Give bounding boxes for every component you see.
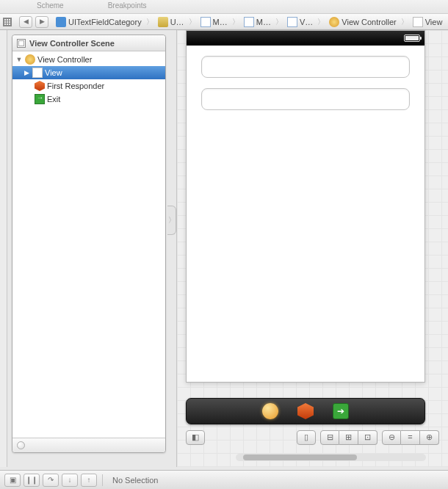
outline-item-exit[interactable]: Exit	[12, 93, 165, 106]
navigator-edge	[0, 30, 7, 467]
breadcrumb-file-2-label: M…	[256, 18, 271, 26]
breadcrumb-controller-label: View Controller	[342, 18, 396, 26]
outline-item-first-responder[interactable]: First Responder	[12, 79, 165, 93]
zoom-in-button[interactable]: ⊕	[420, 430, 439, 445]
outline-collapse-handle[interactable]: 〉	[167, 206, 176, 235]
breadcrumb-file-3-label: V…	[300, 18, 313, 26]
zoom-button-group: ⊖ = ⊕	[382, 430, 439, 445]
zoom-out-button[interactable]: ⊖	[382, 430, 401, 445]
step-into-button[interactable]: ↓	[62, 474, 78, 487]
outline-item-view[interactable]: ▶ View	[12, 66, 165, 79]
document-outline: View Controller Scene ▼ View Controller …	[12, 35, 166, 453]
breadcrumb-file-3[interactable]: V…	[284, 17, 316, 27]
toolbar-tabs: Scheme Breakpoints	[0, 0, 448, 13]
outline-header: View Controller Scene	[12, 35, 165, 51]
chevron-right-icon: 〉	[400, 17, 410, 27]
outline-title: View Controller Scene	[29, 39, 115, 48]
pin-button[interactable]: ⊞	[339, 430, 358, 445]
breadcrumb-project-label: UITextFieldCategory	[68, 18, 142, 26]
breadcrumb-project[interactable]: UITextFieldCategory	[53, 17, 145, 27]
outline-tree: ▼ View Controller ▶ View First Responder…	[12, 51, 165, 107]
breadcrumb-file-1[interactable]: M…	[198, 17, 231, 27]
chevron-right-icon: 〉	[274, 17, 284, 27]
scene-icon	[17, 39, 26, 48]
view-controller-icon	[25, 54, 35, 65]
exit-icon	[35, 94, 45, 104]
disclosure-triangle-icon[interactable]: ▼	[15, 56, 23, 63]
breadcrumb-file-1-label: M…	[213, 18, 228, 26]
form-factor-button[interactable]: ▯	[297, 430, 316, 445]
breadcrumb-file-2[interactable]: M…	[241, 17, 274, 27]
align-button[interactable]: ⊟	[320, 430, 339, 445]
scrollbar-thumb[interactable]	[243, 454, 357, 460]
status-bar	[187, 31, 424, 46]
outline-item-label: View	[45, 68, 62, 77]
breadcrumb-view-label: View	[425, 18, 443, 26]
view-icon	[32, 68, 43, 78]
breadcrumb-view[interactable]: View	[410, 17, 446, 27]
breadcrumb-folder-label: U…	[170, 18, 184, 26]
layout-button-group: ⊟ ⊞ ⊡	[320, 430, 377, 445]
textfield-1[interactable]	[201, 56, 410, 78]
dock-view-controller-icon[interactable]	[262, 403, 278, 419]
zoom-actual-button[interactable]: =	[401, 430, 420, 445]
outline-item-label: View Controller	[37, 55, 92, 64]
step-over-button[interactable]: ↷	[43, 474, 59, 487]
toggle-debug-area-button[interactable]: ▣	[4, 474, 21, 487]
debug-bar: ▣ ❙❙ ↷ ↓ ↑ No Selection	[0, 470, 448, 489]
scene-dock	[186, 398, 425, 424]
toggle-outline-button[interactable]: ◧	[186, 430, 205, 445]
disclosure-triangle-icon[interactable]: ▶	[23, 69, 30, 76]
step-out-button[interactable]: ↑	[81, 474, 97, 487]
battery-icon	[404, 35, 420, 42]
tab-breakpoints[interactable]: Breakpoints	[93, 0, 176, 13]
forward-button[interactable]: ▶	[35, 16, 48, 28]
outline-item-label: First Responder	[47, 82, 104, 90]
related-items-button[interactable]	[0, 18, 15, 26]
debug-status-label: No Selection	[112, 476, 158, 485]
tab-scheme[interactable]: Scheme	[0, 0, 93, 13]
canvas-toolbar: ◧ ▯ ⊟ ⊞ ⊡ ⊖ = ⊕	[186, 429, 439, 446]
chevron-right-icon: 〉	[145, 17, 155, 27]
chevron-right-icon: 〉	[187, 17, 198, 27]
breadcrumb-controller[interactable]: View Controller	[326, 17, 399, 27]
outline-filter-bar	[12, 438, 165, 452]
back-button[interactable]: ◀	[19, 16, 32, 28]
interface-builder-canvas[interactable]: ◧ ▯ ⊟ ⊞ ⊡ ⊖ = ⊕	[176, 30, 448, 467]
chevron-right-icon: 〉	[316, 17, 326, 27]
jump-bar: ◀ ▶ UITextFieldCategory 〉 U… 〉 M… 〉 M… 〉…	[0, 13, 448, 30]
outline-item-label: Exit	[47, 95, 60, 104]
resolve-issues-button[interactable]: ⊡	[358, 430, 377, 445]
pause-button[interactable]: ❙❙	[24, 474, 40, 487]
filter-icon[interactable]	[17, 441, 25, 449]
dock-first-responder-icon[interactable]	[297, 403, 314, 419]
device-frame[interactable]	[186, 30, 425, 383]
chevron-right-icon: 〉	[231, 17, 241, 27]
outline-item-view-controller[interactable]: ▼ View Controller	[12, 53, 165, 66]
textfield-2[interactable]	[201, 88, 410, 110]
horizontal-scrollbar[interactable]	[236, 454, 426, 461]
dock-exit-icon[interactable]	[333, 403, 349, 419]
first-responder-icon	[35, 81, 45, 91]
divider	[102, 474, 103, 486]
breadcrumb-folder[interactable]: U…	[155, 17, 187, 27]
